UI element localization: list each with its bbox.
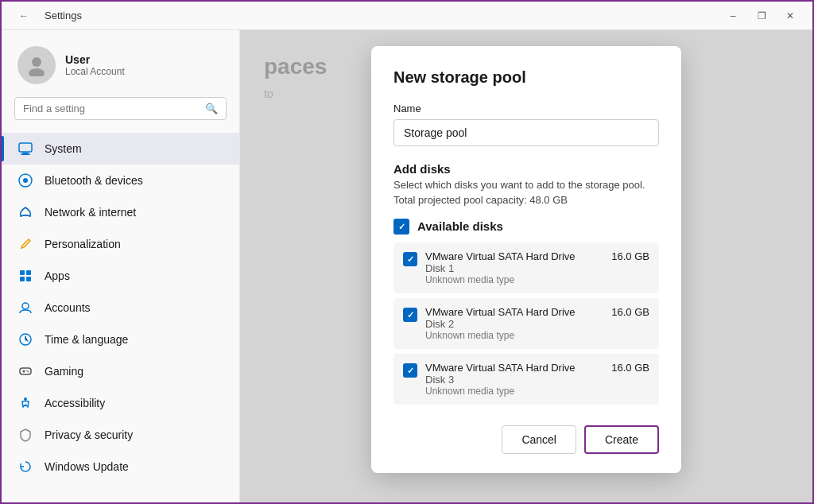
svg-rect-2 [19, 143, 32, 152]
sidebar-item-time-label: Time & language [45, 333, 128, 346]
maximize-button[interactable]: ❐ [749, 6, 774, 25]
disk-3-checkbox[interactable] [403, 363, 417, 378]
disk-3-size: 16.0 GB [611, 362, 649, 374]
svg-point-11 [22, 303, 29, 309]
title-bar-title: Settings [45, 10, 82, 21]
sidebar-item-personalization-label: Personalization [45, 238, 121, 250]
add-disks-subtitle: Select which disks you want to add to th… [393, 179, 659, 191]
create-button[interactable]: Create [584, 425, 659, 454]
sidebar-item-system-label: System [45, 142, 82, 155]
sidebar-item-apps[interactable]: Apps [2, 260, 239, 292]
sidebar-item-bluetooth-label: Bluetooth & devices [45, 174, 143, 187]
name-field-label: Name [393, 103, 659, 114]
dialog-overlay: New storage pool Name Add disks Select w… [240, 30, 812, 502]
disk-1-media-type: Unknown media type [425, 274, 649, 285]
available-disks-header: Available disks [393, 217, 659, 235]
capacity-text: Total projected pool capacity: 48.0 GB [393, 194, 659, 206]
back-button[interactable]: ← [11, 6, 37, 25]
svg-rect-7 [20, 270, 25, 275]
accessibility-icon [17, 395, 33, 411]
svg-point-1 [29, 68, 45, 76]
disk-3-drive-name: VMware Virtual SATA Hard Drive [425, 362, 576, 374]
user-info: User Local Account [65, 53, 125, 77]
dialog-title: New storage pool [393, 68, 659, 87]
sidebar-item-gaming[interactable]: Gaming [2, 355, 239, 387]
disk-3-media-type: Unknown media type [425, 386, 649, 397]
apps-icon [17, 268, 33, 284]
disk-2-number: Disk 2 [425, 318, 576, 330]
cancel-button[interactable]: Cancel [502, 425, 576, 454]
svg-point-16 [24, 397, 27, 401]
disk-3-name-row: VMware Virtual SATA Hard Drive Disk 3 16… [425, 362, 649, 386]
new-storage-pool-dialog: New storage pool Name Add disks Select w… [371, 46, 681, 473]
personalization-icon [17, 236, 33, 252]
sidebar-item-accounts-label: Accounts [45, 301, 91, 314]
disk-2-size: 16.0 GB [611, 306, 649, 318]
disk-1-size: 16.0 GB [611, 250, 649, 262]
disk-item-1: VMware Virtual SATA Hard Drive Disk 1 16… [393, 242, 659, 293]
sidebar-item-time[interactable]: Time & language [2, 324, 239, 355]
sidebar: User Local Account 🔍 System Bluetooth & … [2, 30, 240, 502]
disk-2-drive-name: VMware Virtual SATA Hard Drive [425, 306, 576, 318]
disk-1-checkbox[interactable] [403, 252, 417, 266]
available-disks-label: Available disks [417, 219, 503, 233]
disk-2-checkbox[interactable] [403, 308, 417, 322]
svg-point-15 [28, 371, 29, 373]
disk-1-info: VMware Virtual SATA Hard Drive Disk 1 16… [425, 250, 649, 285]
sidebar-item-accessibility-label: Accessibility [45, 397, 105, 409]
system-icon [17, 141, 33, 157]
time-icon [17, 331, 33, 347]
sidebar-item-personalization[interactable]: Personalization [2, 228, 239, 260]
avatar [17, 46, 56, 84]
title-bar-left: ← Settings [11, 6, 82, 25]
storage-pool-name-input[interactable] [393, 119, 659, 146]
disk-1-name-row: VMware Virtual SATA Hard Drive Disk 1 16… [425, 250, 649, 274]
svg-rect-8 [26, 270, 31, 275]
svg-rect-13 [20, 368, 31, 374]
sidebar-nav: System Bluetooth & devices Network & int… [2, 133, 239, 483]
sidebar-item-privacy[interactable]: Privacy & security [2, 419, 239, 451]
sidebar-item-network-label: Network & internet [45, 206, 136, 219]
sidebar-item-gaming-label: Gaming [45, 365, 83, 378]
gaming-icon [17, 363, 33, 379]
network-icon [17, 204, 33, 220]
disk-item-3: VMware Virtual SATA Hard Drive Disk 3 16… [393, 354, 659, 405]
update-icon [17, 459, 33, 475]
privacy-icon [17, 427, 33, 443]
close-button[interactable]: ✕ [777, 6, 803, 25]
content-area: paces to New storage pool Name Add disks… [240, 30, 812, 502]
title-bar-controls: – ❐ ✕ [720, 6, 803, 25]
add-disks-title: Add disks [393, 162, 659, 176]
accounts-icon [17, 300, 33, 316]
search-box[interactable]: 🔍 [14, 97, 227, 120]
title-bar: ← Settings – ❐ ✕ [2, 2, 812, 30]
svg-rect-4 [21, 154, 30, 156]
disk-item-2: VMware Virtual SATA Hard Drive Disk 2 16… [393, 298, 659, 349]
user-account-type: Local Account [65, 66, 125, 77]
bluetooth-icon [17, 173, 33, 188]
available-disks-checkbox[interactable] [393, 219, 409, 235]
disk-3-info: VMware Virtual SATA Hard Drive Disk 3 16… [425, 362, 649, 397]
disk-1-drive-name: VMware Virtual SATA Hard Drive [425, 250, 576, 262]
sidebar-item-accounts[interactable]: Accounts [2, 292, 239, 324]
sidebar-item-apps-label: Apps [45, 269, 70, 282]
search-input[interactable] [23, 103, 199, 114]
sidebar-item-bluetooth[interactable]: Bluetooth & devices [2, 165, 239, 196]
sidebar-item-update[interactable]: Windows Update [2, 451, 239, 483]
svg-point-14 [26, 370, 28, 372]
minimize-button[interactable]: – [720, 6, 746, 25]
svg-point-6 [23, 178, 28, 183]
main-layout: User Local Account 🔍 System Bluetooth & … [2, 30, 812, 502]
user-name: User [65, 53, 125, 66]
disk-2-name-row: VMware Virtual SATA Hard Drive Disk 2 16… [425, 306, 649, 330]
sidebar-item-system[interactable]: System [2, 133, 239, 165]
sidebar-item-network[interactable]: Network & internet [2, 196, 239, 228]
dialog-buttons: Cancel Create [393, 425, 659, 454]
sidebar-item-accessibility[interactable]: Accessibility [2, 387, 239, 419]
user-section: User Local Account [2, 30, 239, 97]
svg-point-0 [32, 57, 41, 67]
disk-2-info: VMware Virtual SATA Hard Drive Disk 2 16… [425, 306, 649, 341]
disk-1-number: Disk 1 [425, 262, 576, 274]
disk-2-media-type: Unknown media type [425, 330, 649, 341]
disk-3-number: Disk 3 [425, 374, 576, 386]
